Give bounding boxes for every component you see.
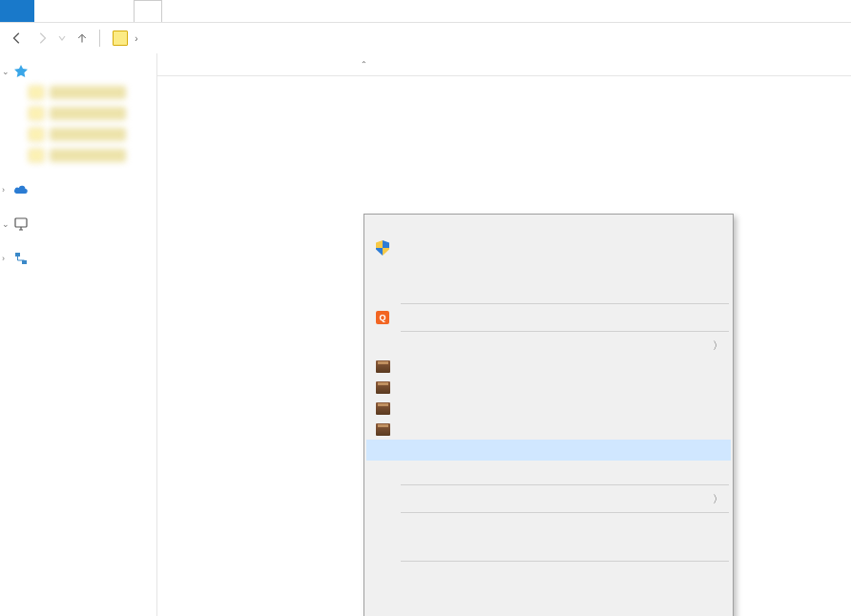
menu-send-to[interactable]: 〉 (366, 488, 731, 509)
chevron-down-icon[interactable]: ⌄ (2, 67, 10, 76)
menu-restore-versions[interactable] (366, 461, 731, 482)
main: ⌄ › ⌄ › (0, 53, 851, 616)
chevron-right-icon: 〉 (713, 339, 723, 353)
menu-add-archive[interactable] (366, 356, 731, 377)
network-icon (13, 251, 29, 266)
menu-cut[interactable] (366, 516, 731, 537)
sidebar-item-blurred[interactable] (0, 82, 156, 103)
back-button[interactable] (8, 29, 27, 48)
separator (99, 30, 100, 47)
menu-add-rar[interactable] (366, 377, 731, 398)
menu-separator (401, 484, 729, 485)
sort-indicator-icon: ⌃ (361, 60, 367, 69)
menu-quickheal-scan[interactable]: Q (366, 307, 731, 328)
sidebar-this-pc[interactable]: ⌄ (0, 214, 156, 235)
shield-icon (374, 239, 391, 257)
chevron-right-icon[interactable]: › (2, 185, 5, 195)
up-button[interactable] (73, 29, 92, 48)
menu-rename[interactable] (366, 606, 731, 616)
menu-pin-start[interactable] (366, 279, 731, 300)
menu-copy[interactable] (366, 537, 731, 558)
sidebar-network[interactable]: › (0, 248, 156, 269)
ribbon-tab-manage[interactable] (134, 0, 162, 22)
archive-icon (374, 421, 391, 438)
menu-delete[interactable] (366, 585, 731, 606)
sidebar: ⌄ › ⌄ › (0, 53, 157, 616)
svg-rect-1 (15, 253, 20, 257)
monitor-icon (13, 216, 29, 232)
quickheal-icon: Q (374, 309, 391, 326)
chevron-right-icon[interactable]: › (132, 33, 141, 44)
folder-icon (113, 31, 128, 46)
sidebar-onedrive[interactable]: › (0, 179, 156, 200)
menu-separator (401, 561, 729, 562)
navbar: › (0, 23, 851, 53)
context-menu: Q 〉 〉 (363, 214, 734, 616)
chevron-right-icon: 〉 (713, 492, 723, 506)
sidebar-item-blurred[interactable] (0, 124, 156, 145)
forward-button[interactable] (32, 29, 52, 48)
menu-share-with[interactable]: 〉 (366, 335, 731, 356)
archive-icon (374, 379, 391, 396)
star-icon (13, 64, 29, 79)
svg-rect-0 (15, 218, 27, 227)
menu-run-administrator[interactable] (366, 237, 731, 258)
sidebar-item-blurred[interactable] (0, 103, 156, 124)
history-dropdown[interactable] (57, 29, 67, 48)
column-name[interactable]: ⌃ (165, 60, 411, 69)
chevron-right-icon[interactable]: › (2, 254, 5, 263)
chevron-down-icon[interactable]: ⌄ (2, 219, 10, 229)
ribbon-tab-file[interactable] (0, 0, 34, 22)
cloud-icon (13, 182, 29, 197)
menu-separator (401, 331, 729, 332)
sidebar-quick-access[interactable]: ⌄ (0, 61, 156, 82)
archive-icon (374, 400, 391, 417)
sidebar-item-blurred[interactable] (0, 145, 156, 166)
content-area: ⌃ Q 〉 〉 (157, 53, 851, 616)
archive-icon (374, 358, 391, 375)
svg-rect-2 (22, 260, 27, 264)
menu-compress-to-email[interactable] (366, 419, 731, 440)
breadcrumb[interactable]: › (108, 27, 843, 50)
ribbon-tab-share[interactable] (65, 0, 95, 22)
menu-separator (401, 303, 729, 304)
menu-open[interactable] (366, 216, 731, 237)
ribbon-tab-home[interactable] (34, 0, 65, 22)
menu-compress-email[interactable] (366, 398, 731, 419)
menu-create-shortcut[interactable] (366, 565, 731, 585)
menu-troubleshoot[interactable] (366, 258, 731, 279)
ribbon (0, 0, 851, 23)
ribbon-tab-view[interactable] (95, 0, 126, 22)
menu-separator (401, 512, 729, 513)
column-headers: ⌃ (157, 53, 851, 76)
menu-pin-taskbar[interactable] (366, 440, 731, 461)
